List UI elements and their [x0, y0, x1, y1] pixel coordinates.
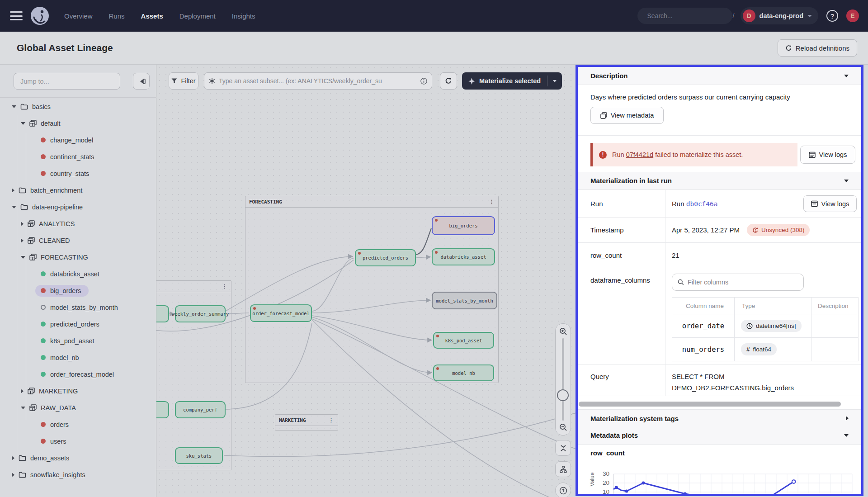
materialize-dropdown[interactable]: [547, 80, 562, 82]
sidebar-item-MARKETING[interactable]: MARKETING: [0, 383, 156, 399]
sidebar-item-databricks_asset[interactable]: databricks_asset: [0, 265, 156, 282]
materialization-section-header[interactable]: Materialization in last run: [578, 172, 861, 190]
nav-item-overview[interactable]: Overview: [64, 12, 93, 20]
reload-definitions-button[interactable]: Reload definitions: [778, 39, 857, 57]
run-id-link[interactable]: db0cf46a: [686, 200, 718, 208]
sidebar-item-country_stats[interactable]: country_stats: [0, 165, 156, 182]
deployment-switcher[interactable]: D data-eng-prod: [741, 7, 818, 24]
nav-item-runs[interactable]: Runs: [109, 12, 125, 20]
table-row: num_orders # float64: [672, 338, 859, 361]
jump-to-input[interactable]: [14, 73, 120, 90]
view-logs-button[interactable]: View logs: [800, 146, 855, 164]
caret-down-icon[interactable]: [12, 105, 16, 108]
zoom-slider-handle[interactable]: [557, 389, 569, 401]
filter-columns-input[interactable]: [688, 279, 798, 286]
sidebar-item-ANALYTICS[interactable]: ANALYTICS: [0, 215, 156, 232]
description-section-header[interactable]: Description: [578, 67, 861, 85]
caret-down-icon[interactable]: [12, 206, 16, 208]
graph-node-predicted_orders[interactable]: predicted_orders: [355, 249, 416, 266]
graph-node-databricks_asset[interactable]: databricks_asset: [432, 248, 495, 265]
materialize-selected-button[interactable]: Materialize selected: [462, 72, 562, 90]
sidebar-item-FORECASTING[interactable]: FORECASTING: [0, 249, 156, 265]
dagster-logo-icon[interactable]: [30, 6, 50, 26]
zoom-slider[interactable]: [562, 338, 564, 421]
sidebar-item-predicted_orders[interactable]: predicted_orders: [0, 316, 156, 332]
sidebar-item-model_nb[interactable]: model_nb: [0, 349, 156, 366]
sidebar-item-default[interactable]: default: [0, 115, 156, 132]
graph-node-model_stats_by_month[interactable]: model_stats_by_month: [432, 292, 497, 309]
collapse-sidebar-button[interactable]: [133, 73, 150, 90]
caret-right-icon[interactable]: [12, 456, 14, 460]
layout-tree-button[interactable]: [555, 461, 571, 477]
global-search[interactable]: /: [637, 8, 732, 24]
nav-item-insights[interactable]: Insights: [232, 12, 255, 20]
sidebar-item-continent_stats[interactable]: continent_stats: [0, 148, 156, 165]
graph-node-order_forecast_model[interactable]: order_forecast_model: [250, 304, 312, 322]
unsynced-badge[interactable]: Unsynced (308): [747, 224, 810, 236]
graph-node-sku_stats[interactable]: sku_stats: [175, 447, 223, 464]
caret-right-icon[interactable]: [21, 222, 24, 226]
search-input[interactable]: [647, 12, 729, 19]
sidebar-item-big_orders[interactable]: big_orders: [0, 282, 156, 299]
sidebar-item-label: predicted_orders: [50, 321, 99, 328]
sidebar-item-label: model_nb: [50, 354, 79, 361]
info-icon[interactable]: [420, 78, 427, 85]
lineage-graph-canvas[interactable]: ⋮ FORECASTING ⋮ MARKETING ⋮: [156, 65, 576, 497]
folder-icon: [20, 104, 28, 110]
recenter-button[interactable]: [555, 483, 571, 497]
run-row: Run Run db0cf46a View logs: [578, 190, 861, 218]
caret-right-icon[interactable]: [21, 389, 24, 393]
warning-dot-icon: [253, 307, 256, 310]
sidebar-item-order_forecast_model[interactable]: order_forecast_model: [0, 366, 156, 383]
view-logs-button[interactable]: View logs: [803, 195, 857, 212]
graph-node-partial[interactable]: [156, 401, 169, 418]
sidebar-item-CLEANED[interactable]: CLEANED: [0, 232, 156, 249]
nav-item-deployment[interactable]: Deployment: [179, 12, 216, 20]
sidebar-item-change_model[interactable]: change_model: [0, 132, 156, 148]
graph-node-model_nb[interactable]: model_nb: [433, 364, 494, 381]
metadata-plots-section-header[interactable]: Metadata plots: [578, 426, 861, 445]
caret-right-icon[interactable]: [12, 188, 14, 193]
refresh-graph-button[interactable]: [440, 72, 457, 90]
sidebar-item-basics[interactable]: basics: [0, 98, 156, 115]
sidebar-item-batch_enrichment[interactable]: batch_enrichment: [0, 182, 156, 199]
graph-node-big_orders[interactable]: big_orders: [432, 216, 495, 235]
sidebar-item-demo_assets[interactable]: demo_assets: [0, 450, 156, 466]
nav-item-assets[interactable]: Assets: [141, 12, 163, 20]
sidebar-item-RAW_DATA[interactable]: RAW_DATA: [0, 399, 156, 416]
help-icon[interactable]: ?: [826, 10, 838, 22]
graph-node-weekly_order_summary[interactable]: weekly_order_summary: [175, 305, 226, 322]
status-dot-ok: [41, 372, 46, 377]
collapse-groups-button[interactable]: [555, 440, 571, 456]
run-id-link[interactable]: 07f4421d: [626, 151, 653, 158]
zoom-in-icon[interactable]: [559, 327, 567, 336]
asset-subset-input[interactable]: [219, 77, 417, 85]
graph-node-k8s_pod_asset[interactable]: k8s_pod_asset: [433, 332, 494, 349]
chevron-down-icon: [807, 15, 812, 17]
zoom-out-icon[interactable]: [559, 423, 567, 431]
filter-button[interactable]: Filter: [169, 72, 198, 90]
menu-icon[interactable]: [10, 11, 23, 20]
page-header: Global Asset Lineage Reload definitions: [0, 32, 868, 65]
sidebar-item-data-eng-pipeline[interactable]: data-eng-pipeline: [0, 199, 156, 215]
system-tags-section-header[interactable]: Materialization system tags: [578, 409, 861, 427]
caret-right-icon[interactable]: [21, 238, 24, 243]
sidebar-item-k8s_pod_asset[interactable]: k8s_pod_asset: [0, 332, 156, 349]
graph-node-partial[interactable]: [156, 305, 169, 322]
caret-down-icon[interactable]: [21, 122, 25, 125]
sidebar-item-label: orders: [50, 421, 69, 428]
sidebar-item-model_stats_by_month[interactable]: model_stats_by_month: [0, 299, 156, 316]
sidebar-item-label: MARKETING: [39, 388, 78, 395]
graph-node-company_perf[interactable]: company_perf: [175, 401, 226, 418]
caret-down-icon[interactable]: [21, 407, 25, 409]
view-metadata-button[interactable]: View metadata: [590, 107, 664, 124]
caret-right-icon[interactable]: [12, 473, 14, 477]
chevron-right-icon: [846, 416, 849, 421]
graph-node-label: sku_stats: [186, 453, 212, 459]
sidebar-item-orders[interactable]: orders: [0, 416, 156, 433]
sidebar-item-snowflake_insights[interactable]: snowflake_insights: [0, 466, 156, 483]
caret-down-icon[interactable]: [21, 256, 25, 259]
sidebar-item-users[interactable]: users: [0, 433, 156, 450]
user-avatar[interactable]: E: [846, 9, 859, 22]
horizontal-scrollbar[interactable]: [579, 402, 841, 407]
